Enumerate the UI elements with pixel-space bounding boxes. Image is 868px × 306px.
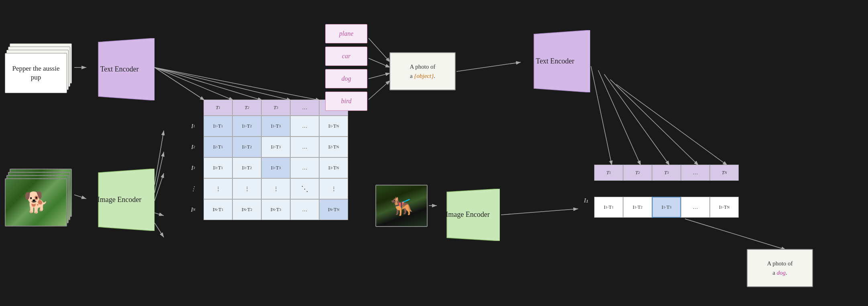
i-vdots: ⋮ (183, 178, 204, 199)
class-plane: plane (325, 24, 367, 43)
svg-line-17 (456, 62, 521, 71)
cell-int2: IN·T2 (232, 199, 261, 220)
svg-line-20 (604, 74, 670, 165)
cell-d3: ⋮ (261, 178, 290, 199)
svg-line-8 (155, 131, 164, 185)
black-dog-img (376, 186, 427, 226)
svg-line-14 (369, 58, 390, 67)
cell-i1t1: I1·T1 (204, 116, 232, 137)
cell-d1: ⋮ (204, 178, 232, 199)
text-encoder-left-label: Text Encoder (100, 64, 139, 74)
cell-i1t3: I1·T3 (261, 116, 290, 137)
svg-line-22 (616, 84, 727, 165)
r-t-dots: … (681, 165, 710, 181)
svg-line-15 (369, 73, 390, 79)
r-t3-header: T3 (652, 165, 681, 181)
cell-d5: ⋮ (319, 178, 348, 199)
image-encoder-left: Image Encoder (84, 169, 155, 231)
t-row-right: T1 T2 T3 … TN (594, 165, 739, 181)
svg-line-16 (369, 80, 390, 100)
r-i1-dots: … (681, 197, 710, 218)
cell-i3t2: I3·T2 (232, 157, 261, 178)
cell-in-dots: … (290, 199, 319, 220)
cell-d4: ⋱ (290, 178, 319, 199)
text-encoder-right-label: Text Encoder (536, 56, 574, 66)
svg-line-2 (155, 67, 205, 100)
i1-right-label: I₁ (578, 197, 594, 204)
svg-line-21 (610, 80, 699, 165)
photo-dog-box: A photo ofa dog. (747, 249, 813, 287)
cell-i3t3: I3·T3 (261, 157, 290, 178)
matrix-row-dots: ⋮ ⋮ ⋮ ⋮ ⋱ ⋮ (183, 178, 348, 199)
class-dog: dog (325, 69, 367, 88)
in-label: IN (183, 199, 204, 220)
t1-header: T1 (204, 100, 232, 116)
svg-line-18 (591, 66, 612, 165)
svg-line-5 (155, 67, 291, 100)
i2-label: I2 (183, 137, 204, 157)
photo-dog-text: A photo ofa dog. (767, 259, 793, 277)
cell-i3t1: I3·T1 (204, 157, 232, 178)
t2-header: T2 (232, 100, 261, 116)
svg-line-3 (155, 67, 234, 100)
r-i1tn: I1·TN (710, 197, 739, 218)
r-i1t3-highlight: I1·T3 (652, 197, 681, 218)
cell-i1t2: I1·T2 (232, 116, 261, 137)
text-encoder-right: Text Encoder (520, 30, 590, 92)
matrix-area: T1 T2 T3 … TN I1 I1·T1 I1·T2 I1·T3 … I1·… (183, 100, 348, 220)
diagram-container: Pepper the aussie pup Text Encoder Image… (0, 0, 868, 306)
class-labels: plane car dog bird (325, 24, 367, 114)
svg-line-10 (155, 173, 164, 201)
i3-label: I3 (183, 157, 204, 178)
image-encoder-right: Image Encoder (436, 189, 500, 241)
text-input-stack: Pepper the aussie pup (5, 43, 73, 96)
svg-line-19 (598, 70, 641, 165)
class-car: car (325, 47, 367, 66)
image-encoder-left-label: Image Encoder (98, 195, 141, 205)
matrix-row-1: I1 I1·T1 I1·T2 I1·T3 … I1·TN (183, 116, 348, 137)
text-card-front: Pepper the aussie pup (5, 53, 67, 93)
r-i1t1: I1·T1 (594, 197, 623, 218)
dog-highlight: dog (777, 269, 786, 276)
cell-i2t2: I2·T2 (232, 137, 261, 157)
svg-line-11 (155, 213, 164, 216)
cell-i2-dots: … (290, 137, 319, 157)
single-image-right (375, 185, 428, 227)
r-t2-header: T2 (623, 165, 652, 181)
img-card-front (5, 178, 67, 226)
svg-line-12 (155, 223, 164, 237)
r-i1t2: I1·T2 (623, 197, 652, 218)
cell-i3tn: I3·TN (319, 157, 348, 178)
cell-i2t1: I2·T1 (204, 137, 232, 157)
svg-line-25 (685, 219, 786, 250)
text-input-label: Pepper the aussie pup (5, 61, 67, 85)
cell-int3: IN·T3 (261, 199, 290, 220)
svg-line-13 (369, 38, 390, 62)
matrix-row-2: I2 I2·T1 I2·T2 I2·T3 … I2·TN (183, 137, 348, 157)
cell-d2: ⋮ (232, 178, 261, 199)
cell-i1-dots: … (290, 116, 319, 137)
svg-line-6 (155, 67, 320, 100)
svg-line-24 (501, 209, 578, 215)
image-input-stack (5, 169, 75, 227)
image-encoder-right-label: Image Encoder (446, 210, 489, 220)
photo-object-text: A photo ofa {object}. (410, 62, 435, 80)
object-placeholder: {object} (414, 73, 434, 79)
photo-object-box: A photo ofa {object}. (389, 52, 456, 90)
text-encoder-left: Text Encoder (84, 38, 155, 100)
matrix-row-n: IN IN·T1 IN·T2 IN·T3 … IN·TN (183, 199, 348, 220)
r-tn-header: TN (710, 165, 739, 181)
cell-i1tn: I1·TN (319, 116, 348, 137)
cell-int1: IN·T1 (204, 199, 232, 220)
cell-i2t3: I2·T3 (261, 137, 290, 157)
svg-line-4 (155, 67, 263, 100)
dot-row-right: I1·T1 I1·T2 I1·T3 … I1·TN (594, 197, 739, 218)
svg-line-9 (155, 152, 164, 193)
cell-i2tn: I2·TN (319, 137, 348, 157)
i1-label: I1 (183, 116, 204, 137)
t3-header: T3 (261, 100, 290, 116)
r-t1-header: T1 (594, 165, 623, 181)
cell-i3-dots: … (290, 157, 319, 178)
matrix-row-3: I3 I3·T1 I3·T2 I3·T3 … I3·TN (183, 157, 348, 178)
t-dots-header: … (290, 100, 319, 116)
